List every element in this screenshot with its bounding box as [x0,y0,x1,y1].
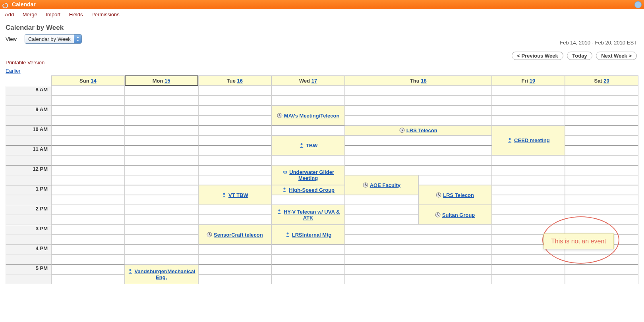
view-select[interactable]: Calendar by Week [25,34,82,44]
grid-cell[interactable] [198,106,272,116]
grid-cell[interactable] [198,145,272,155]
day-link-16[interactable]: 16 [237,78,243,84]
grid-cell[interactable] [271,96,345,106]
grid-cell[interactable] [125,135,198,145]
grid-cell[interactable] [271,86,345,96]
grid-cell[interactable] [345,205,418,215]
event-lrs10[interactable]: LRS Telecon [345,125,492,135]
grid-cell[interactable] [565,155,638,165]
grid-cell[interactable] [198,116,272,125]
fields-link[interactable]: Fields [69,12,83,17]
grid-cell[interactable] [125,86,198,96]
event-link[interactable]: LRSInternal Mtg [292,232,332,238]
grid-cell[interactable] [565,175,638,185]
grid-cell[interactable] [492,165,565,175]
grid-cell[interactable] [51,96,125,106]
grid-cell[interactable] [492,195,565,205]
grid-cell[interactable] [492,116,565,125]
grid-cell[interactable] [565,86,638,96]
grid-cell[interactable] [125,116,198,125]
grid-cell[interactable] [492,185,565,195]
grid-cell[interactable] [125,245,198,255]
grid-cell[interactable] [51,255,125,264]
grid-cell[interactable] [125,235,198,245]
grid-cell[interactable] [51,86,125,96]
grid-cell[interactable] [198,86,272,96]
grid-cell[interactable] [345,165,492,175]
grid-cell[interactable] [345,145,492,155]
event-link[interactable]: AOE Faculty [370,182,400,188]
grid-cell[interactable] [565,106,638,116]
grid-cell[interactable] [125,155,198,165]
event-link[interactable]: Underwater Glider Meeting [289,169,334,181]
event-vt_tbw[interactable]: VT TBW [198,185,272,205]
help-icon[interactable] [634,1,642,8]
event-tbw[interactable]: TBW [271,135,345,155]
import-link[interactable]: Import [46,12,60,17]
event-hyv[interactable]: HY-V Telecan w/ UVA & ATK [271,205,345,225]
grid-cell[interactable] [345,155,492,165]
event-sensorcraft[interactable]: SensorCraft telecon [198,225,272,245]
event-link[interactable]: CEED meeting [514,137,550,143]
grid-cell[interactable] [125,195,198,205]
grid-cell[interactable] [565,264,638,274]
earlier-link[interactable]: Earlier [6,68,638,74]
event-underwater[interactable]: Underwater Glider Meeting [271,165,345,185]
event-lrsint[interactable]: LRSInternal Mtg [271,225,345,245]
grid-cell[interactable] [345,225,492,235]
grid-cell[interactable] [51,274,125,284]
grid-cell[interactable] [51,195,125,205]
grid-cell[interactable] [565,185,638,195]
grid-cell[interactable] [125,165,198,175]
grid-cell[interactable] [125,185,198,195]
event-high_speed[interactable]: High-Speed Group [271,185,345,195]
grid-cell[interactable] [345,264,492,274]
grid-cell[interactable] [125,145,198,155]
event-ceed[interactable]: CEED meeting [492,125,565,155]
grid-cell[interactable] [565,165,638,175]
grid-cell[interactable] [345,195,418,205]
grid-cell[interactable] [345,116,492,125]
grid-cell[interactable] [565,255,638,264]
grid-cell[interactable] [345,96,492,106]
grid-cell[interactable] [565,215,638,225]
grid-cell[interactable] [492,86,565,96]
event-link[interactable]: Vandsburger/Mechanical Eng. [135,268,195,280]
day-link-15[interactable]: 15 [164,78,170,84]
event-link[interactable]: VT TBW [228,192,248,198]
grid-cell[interactable] [345,235,492,245]
grid-cell[interactable] [271,255,345,264]
grid-cell[interactable] [198,135,272,145]
grid-cell[interactable] [125,225,198,235]
grid-cell[interactable] [198,274,272,284]
event-mavs[interactable]: MAVs Meeting/Telecon [271,106,345,125]
grid-cell[interactable] [51,245,125,255]
grid-cell[interactable] [198,215,272,225]
merge-link[interactable]: Merge [23,12,37,17]
today-button[interactable]: Today [567,52,592,60]
grid-cell[interactable] [492,215,565,225]
event-link[interactable]: SensorCraft telecon [214,232,263,238]
grid-cell[interactable] [565,96,638,106]
grid-cell[interactable] [565,145,638,155]
grid-cell[interactable] [492,106,565,116]
event-link[interactable]: LRS Telecon [406,127,437,133]
grid-cell[interactable] [345,255,492,264]
grid-cell[interactable] [51,205,125,215]
grid-cell[interactable] [51,135,125,145]
grid-cell[interactable] [125,205,198,215]
grid-cell[interactable] [51,145,125,155]
day-link-14[interactable]: 14 [91,78,96,84]
event-sultan[interactable]: Sultan Group [418,205,492,225]
printable-version-link[interactable]: Printable Version [6,60,638,66]
grid-cell[interactable] [345,86,492,96]
add-link[interactable]: Add [5,12,14,17]
grid-cell[interactable] [565,195,638,205]
grid-cell[interactable] [51,225,125,235]
grid-cell[interactable] [198,245,272,255]
event-lrs1[interactable]: LRS Telecon [418,185,492,205]
previous-week-button[interactable]: < Previous Week [512,52,563,60]
grid-cell[interactable] [492,96,565,106]
grid-cell[interactable] [565,274,638,284]
grid-cell[interactable] [125,175,198,185]
